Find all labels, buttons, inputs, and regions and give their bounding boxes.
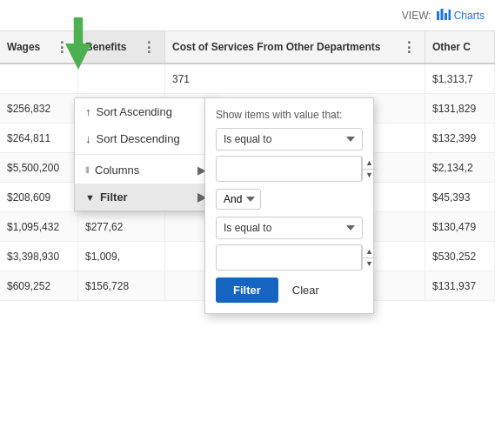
cell-benefits-6: $1,009,	[78, 242, 165, 271]
filter-icon: ▼	[85, 192, 95, 203]
filter-spinner2: ▲ ▼	[361, 245, 377, 270]
cell-other-6: $530,252	[425, 242, 495, 271]
menu-filter[interactable]: ▼ Filter ▶	[75, 184, 217, 211]
filter-and-row: And	[216, 189, 363, 210]
cell-other-4: $45,393	[425, 183, 495, 211]
filter-clear-button[interactable]: Clear	[285, 277, 326, 303]
filter-condition2-select[interactable]: Is equal to	[216, 217, 363, 239]
filter-title: Show items with value that:	[216, 109, 363, 121]
spinner2-down[interactable]: ▼	[362, 258, 377, 271]
filter-apply-button[interactable]: Filter	[216, 277, 278, 303]
filter-value1-input[interactable]	[217, 158, 361, 179]
cell-cost-0: 371	[165, 64, 425, 93]
other-label: Other C	[432, 41, 471, 53]
charts-link[interactable]: Charts	[437, 8, 485, 23]
svg-marker-0	[65, 17, 91, 70]
filter-buttons: Filter Clear	[216, 277, 363, 303]
cell-other-2: $132,399	[425, 124, 495, 152]
cell-wages-5: $1,095,432	[0, 212, 78, 241]
cost-label: Cost of Services From Other Departments	[172, 41, 380, 53]
cell-other-5: $130,479	[425, 212, 495, 241]
filter-spinner1: ▲ ▼	[361, 157, 377, 181]
sort-desc-icon: ↓	[85, 132, 91, 145]
cell-wages-3: $5,500,200	[0, 153, 78, 182]
context-menu: ↑ Sort Ascending ↓ Sort Descending ⦀ Col…	[74, 97, 217, 211]
columns-label: Columns	[95, 164, 139, 177]
menu-sort-asc[interactable]: ↑ Sort Ascending	[75, 98, 217, 125]
cell-wages-1: $256,832	[0, 94, 78, 123]
cell-wages-7: $609,252	[0, 271, 78, 300]
cell-other-3: $2,134,2	[425, 153, 495, 182]
svg-rect-3	[440, 9, 443, 20]
benefits-menu-icon[interactable]: ⋮	[140, 39, 157, 56]
menu-columns[interactable]: ⦀ Columns ▶	[75, 157, 217, 184]
filter-value2-input[interactable]	[217, 247, 361, 268]
filter-value2-wrap: ▲ ▼	[216, 244, 363, 271]
cell-other-7: $131,937	[425, 271, 495, 300]
sort-asc-label: Sort Ascending	[97, 105, 172, 118]
wages-label: Wages	[7, 41, 40, 53]
filter-value1-wrap: ▲ ▼	[216, 156, 363, 182]
cell-benefits-5: $277,62	[78, 212, 165, 241]
col-cost: Cost of Services From Other Departments …	[165, 31, 425, 63]
cell-wages-4: $208,609	[0, 183, 78, 211]
filter-label: Filter	[100, 191, 128, 204]
filter-panel: Show items with value that: Is equal to …	[204, 97, 374, 314]
green-arrow-top	[57, 17, 100, 72]
svg-rect-2	[437, 11, 439, 20]
bar-chart-icon	[437, 8, 451, 23]
view-label: VIEW:	[402, 10, 431, 22]
svg-rect-4	[445, 13, 447, 20]
cell-other-1: $131,829	[425, 94, 495, 123]
columns-icon: ⦀	[85, 164, 90, 176]
cell-benefits-7: $156,728	[78, 271, 165, 300]
menu-divider	[75, 154, 217, 155]
svg-rect-5	[448, 10, 451, 20]
spinner1-down[interactable]: ▼	[362, 170, 377, 182]
spinner2-up[interactable]: ▲	[362, 245, 377, 258]
charts-label: Charts	[454, 10, 485, 22]
filter-and-select[interactable]: And	[216, 189, 261, 210]
sort-asc-icon: ↑	[85, 105, 91, 118]
filter-condition1-select[interactable]: Is equal to	[216, 128, 363, 150]
cost-menu-icon[interactable]: ⋮	[400, 39, 418, 56]
cell-wages-6: $3,398,930	[0, 242, 78, 271]
menu-sort-desc[interactable]: ↓ Sort Descending	[75, 125, 217, 152]
cell-other-0: $1,313,7	[425, 64, 495, 93]
col-other: Other C	[425, 31, 495, 63]
table-body: 371 $1,313,7 $256,832 $0 8 $131,829 $264…	[0, 64, 495, 301]
sort-desc-label: Sort Descending	[97, 132, 180, 145]
spinner1-up[interactable]: ▲	[362, 157, 377, 170]
cell-wages-2: $264,811	[0, 124, 78, 152]
